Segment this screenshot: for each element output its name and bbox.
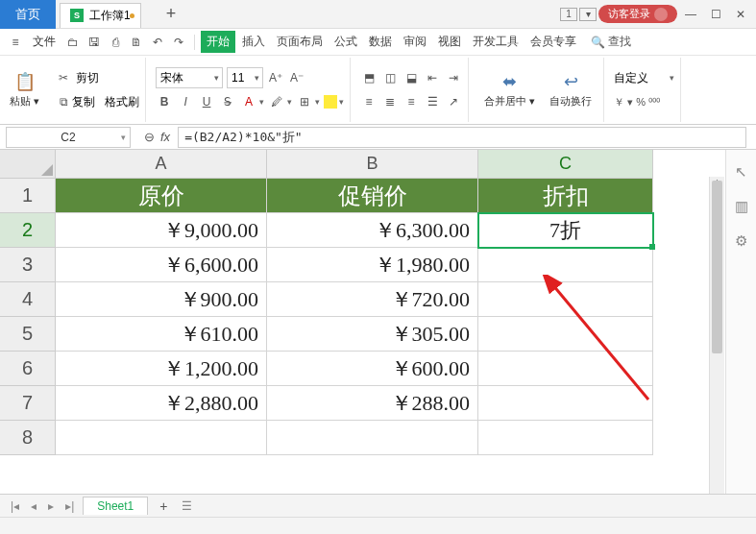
hamburger-icon[interactable]: ≡ bbox=[6, 33, 25, 52]
indent-decrease-icon[interactable]: ⇤ bbox=[424, 69, 441, 86]
home-tab[interactable]: 首页 bbox=[0, 0, 56, 29]
align-middle-icon[interactable]: ◫ bbox=[381, 69, 399, 86]
menu-review[interactable]: 审阅 bbox=[399, 31, 431, 53]
login-badge[interactable]: 访客登录 bbox=[598, 5, 677, 23]
menu-formula[interactable]: 公式 bbox=[329, 31, 362, 53]
row-header-1[interactable]: 1 bbox=[0, 179, 56, 213]
window-count-indicator[interactable]: 1 bbox=[560, 8, 577, 21]
decrease-font-icon[interactable]: A⁻ bbox=[288, 69, 305, 86]
search-menu[interactable]: 🔍 查找 bbox=[591, 34, 631, 50]
vertical-scrollbar[interactable]: ▲ ▼ bbox=[709, 177, 724, 515]
row-header-7[interactable]: 7 bbox=[0, 386, 56, 421]
underline-button[interactable]: U bbox=[198, 93, 215, 110]
cell-c5[interactable] bbox=[478, 317, 653, 352]
menu-view[interactable]: 视图 bbox=[433, 31, 466, 53]
cell-a5[interactable]: ￥610.00 bbox=[56, 317, 267, 352]
cell-a8[interactable] bbox=[56, 421, 267, 455]
indent-increase-icon[interactable]: ⇥ bbox=[445, 69, 462, 86]
print-preview-icon[interactable]: 🗎 bbox=[127, 33, 146, 52]
cell-c8[interactable] bbox=[478, 421, 653, 455]
cell-a2[interactable]: ￥9,000.00 bbox=[56, 213, 267, 248]
fill-dropper-icon[interactable]: 🖉 bbox=[268, 93, 285, 110]
cell-b1[interactable]: 促销价 bbox=[267, 179, 478, 213]
cell-c3[interactable] bbox=[478, 248, 653, 282]
paste-button[interactable]: 📋 粘贴 ▾ bbox=[4, 58, 45, 122]
menu-page-layout[interactable]: 页面布局 bbox=[272, 31, 328, 53]
cell-c4[interactable] bbox=[478, 282, 653, 317]
settings-icon[interactable]: ⚙ bbox=[735, 232, 747, 250]
justify-icon[interactable]: ☰ bbox=[424, 93, 441, 110]
tab-nav-last[interactable]: ▸| bbox=[62, 499, 77, 513]
row-header-2[interactable]: 2 bbox=[0, 213, 56, 248]
bold-button[interactable]: B bbox=[156, 93, 173, 110]
align-top-icon[interactable]: ⬒ bbox=[360, 69, 378, 86]
number-format-select[interactable]: 自定义 bbox=[614, 70, 648, 86]
cell-b3[interactable]: ￥1,980.00 bbox=[267, 248, 478, 282]
row-header-5[interactable]: 5 bbox=[0, 317, 56, 352]
file-menu[interactable]: 文件 bbox=[33, 34, 56, 50]
copy-button[interactable]: ⧉复制 bbox=[55, 93, 95, 110]
menu-start[interactable]: 开始 bbox=[201, 31, 235, 53]
cell-b5[interactable]: ￥305.00 bbox=[267, 317, 478, 352]
row-header-6[interactable]: 6 bbox=[0, 352, 56, 386]
close-button[interactable]: ✕ bbox=[729, 3, 752, 26]
window-list-dropdown[interactable]: ▾ bbox=[579, 8, 597, 21]
row-header-4[interactable]: 4 bbox=[0, 282, 56, 317]
cell-c7[interactable] bbox=[478, 386, 653, 421]
cell-a4[interactable]: ￥900.00 bbox=[56, 282, 267, 317]
fx-label[interactable]: fx bbox=[160, 130, 170, 144]
font-name-select[interactable]: 宋体 bbox=[156, 67, 223, 88]
italic-button[interactable]: I bbox=[177, 93, 194, 110]
select-all-corner[interactable] bbox=[0, 150, 56, 179]
name-box[interactable]: C2 bbox=[6, 127, 131, 148]
strike-button[interactable]: S̶ bbox=[219, 93, 236, 110]
menu-data[interactable]: 数据 bbox=[364, 31, 397, 53]
row-header-3[interactable]: 3 bbox=[0, 248, 56, 282]
cell-c6[interactable] bbox=[478, 352, 653, 386]
font-color-button[interactable]: A bbox=[240, 93, 257, 110]
new-tab-button[interactable]: + bbox=[159, 2, 184, 26]
col-header-a[interactable]: A bbox=[56, 150, 267, 179]
align-right-icon[interactable]: ≡ bbox=[402, 93, 420, 110]
undo-icon[interactable]: ↶ bbox=[148, 33, 167, 52]
add-sheet-button[interactable]: + bbox=[154, 498, 173, 514]
sheet-tab[interactable]: Sheet1 bbox=[83, 497, 148, 515]
font-size-select[interactable]: 11 bbox=[227, 67, 263, 88]
grid[interactable]: A B C 1 原价 促销价 折扣 2 ￥9,000.00 ￥6,300.00 … bbox=[0, 150, 756, 455]
menu-member[interactable]: 会员专享 bbox=[525, 31, 581, 53]
cell-a6[interactable]: ￥1,200.00 bbox=[56, 352, 267, 386]
maximize-button[interactable]: ☐ bbox=[704, 3, 727, 26]
cell-a1[interactable]: 原价 bbox=[56, 179, 267, 213]
cancel-formula-icon[interactable]: ⊖ bbox=[144, 130, 155, 144]
menu-developer[interactable]: 开发工具 bbox=[468, 31, 524, 53]
scroll-thumb[interactable] bbox=[712, 181, 722, 353]
cell-c1[interactable]: 折扣 bbox=[478, 179, 653, 213]
col-header-b[interactable]: B bbox=[267, 150, 478, 179]
menu-insert[interactable]: 插入 bbox=[237, 31, 270, 53]
document-tab[interactable]: S 工作簿1 bbox=[60, 3, 141, 28]
cell-b6[interactable]: ￥600.00 bbox=[267, 352, 478, 386]
redo-icon[interactable]: ↷ bbox=[169, 33, 188, 52]
save-icon[interactable]: 🖫 bbox=[85, 33, 104, 52]
cell-b7[interactable]: ￥288.00 bbox=[267, 386, 478, 421]
tab-list-icon[interactable]: ☰ bbox=[179, 499, 195, 513]
cell-c2[interactable]: 7折 bbox=[478, 213, 653, 248]
cell-a7[interactable]: ￥2,880.00 bbox=[56, 386, 267, 421]
cell-a3[interactable]: ￥6,600.00 bbox=[56, 248, 267, 282]
tab-nav-prev[interactable]: ◂ bbox=[28, 499, 39, 513]
align-left-icon[interactable]: ≡ bbox=[360, 93, 378, 110]
print-icon[interactable]: ⎙ bbox=[106, 33, 125, 52]
border-button[interactable]: ⊞ bbox=[296, 93, 313, 110]
open-icon[interactable]: 🗀 bbox=[63, 33, 83, 52]
tab-nav-first[interactable]: |◂ bbox=[8, 499, 22, 513]
align-center-icon[interactable]: ≣ bbox=[381, 93, 399, 110]
minimize-button[interactable]: — bbox=[679, 3, 702, 26]
col-header-c[interactable]: C bbox=[478, 150, 653, 179]
row-header-8[interactable]: 8 bbox=[0, 421, 56, 455]
increase-font-icon[interactable]: A⁺ bbox=[267, 69, 284, 86]
fill-color-button[interactable] bbox=[324, 95, 337, 109]
tab-nav-next[interactable]: ▸ bbox=[45, 499, 57, 513]
cell-b4[interactable]: ￥720.00 bbox=[267, 282, 478, 317]
wrap-text-button[interactable]: ↩ 自动换行 bbox=[544, 69, 597, 110]
currency-format-row[interactable]: ￥ ▾ % ⁰⁰⁰ bbox=[614, 91, 674, 112]
